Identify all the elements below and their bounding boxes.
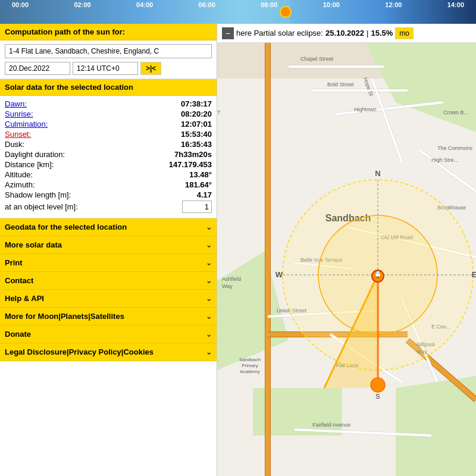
collapsible-label-contact: Contact	[5, 276, 33, 285]
collapsible-donate: Donate ⌄	[0, 325, 217, 343]
collapsible-contact: Contact ⌄	[0, 272, 217, 290]
chevron-help: ⌄	[206, 295, 212, 303]
solar-label-daylight: Daylight duration:	[5, 150, 65, 159]
timeline-bar[interactable]: 00:00 02:00 04:00 06:00 08:00 10:00 12:0…	[0, 0, 476, 24]
tl-label-0: 00:00	[2, 1, 38, 8]
solar-value-azimuth: 181.64°	[185, 180, 212, 189]
computation-header: Computation path of the sun for:	[0, 24, 217, 40]
solar-label-culmination[interactable]: Culmination:	[5, 120, 48, 129]
solar-section: Dawn: 07:38:17 Sunrise: 08:20:20 Culmina…	[0, 96, 217, 218]
svg-text:E: E	[472, 270, 476, 279]
svg-text:Ashfield: Ashfield	[222, 276, 241, 282]
location-input[interactable]	[5, 44, 212, 58]
collapsible-label-help: Help & API	[5, 294, 44, 303]
solar-row-object-level: at an object level [m]:	[5, 201, 212, 213]
eclipse-bar: − here Partial solar eclipse: 25.10.2022…	[217, 24, 476, 43]
collapsible-more-solar: More solar data ⌄	[0, 236, 217, 254]
tl-label-5: 10:00	[314, 1, 349, 8]
solar-row-culmination: Culmination: 12:07:01	[5, 120, 212, 129]
timeline-labels: 00:00 02:00 04:00 06:00 08:00 10:00 12:0…	[0, 0, 476, 10]
object-level-input[interactable]	[182, 201, 212, 213]
solar-label-dawn[interactable]: Dawn:	[5, 99, 27, 108]
solar-row-altitude: Altitude: 13.48°	[5, 170, 212, 179]
solar-data-header: Solar data for the selected location	[0, 79, 217, 96]
solar-label-distance: Distance [km]:	[5, 160, 54, 169]
solar-row-dawn: Dawn: 07:38:17	[5, 99, 212, 108]
svg-text:Academy: Academy	[240, 369, 259, 374]
svg-rect-68	[375, 273, 380, 277]
solar-label-sunrise[interactable]: Sunrise:	[5, 109, 33, 118]
chevron-print: ⌄	[206, 259, 212, 267]
date-time-row: >|<	[5, 62, 212, 75]
eclipse-date: 25.10.2022	[325, 29, 364, 37]
solar-row-azimuth: Azimuth: 181.64°	[5, 180, 212, 189]
collapsible-label-more-solar: More solar data	[5, 240, 62, 249]
svg-text:W: W	[275, 270, 283, 279]
solar-label-sunset[interactable]: Sunset:	[5, 130, 31, 139]
svg-text:Primary: Primary	[242, 363, 258, 368]
svg-text:Chapel Street: Chapel Street	[300, 56, 334, 62]
solar-row-dusk: Dusk: 16:35:43	[5, 140, 212, 149]
collapsible-geodata: Geodata for the selected location ⌄	[0, 218, 217, 236]
solar-value-dusk: 16:35:43	[181, 140, 212, 149]
left-panel: Computation path of the sun for: >|< Sol…	[0, 24, 217, 476]
collapsible-header-print[interactable]: Print ⌄	[0, 254, 217, 271]
chevron-contact: ⌄	[206, 277, 212, 285]
map-svg-container[interactable]: Chapel Street Bold Street Hightown Hope …	[217, 43, 476, 476]
timeline-sun-indicator[interactable]	[280, 6, 292, 18]
solar-row-shadow: Shadow length [m]: 4.17	[5, 190, 212, 199]
map-svg: Chapel Street Bold Street Hightown Hope …	[217, 43, 476, 476]
svg-text:Crown B...: Crown B...	[443, 109, 468, 115]
solar-value-daylight: 7h33m20s	[174, 150, 212, 159]
eclipse-percent: 15.5%	[371, 29, 393, 37]
eclipse-more-button[interactable]: mo	[395, 27, 414, 39]
collapsible-label-donate: Donate	[5, 330, 31, 339]
tl-label-2: 04:00	[127, 1, 162, 8]
collapsible-legal: Legal Disclosure|Privacy Policy|Cookies …	[0, 343, 217, 361]
collapsible-label-legal: Legal Disclosure|Privacy Policy|Cookies	[5, 347, 154, 356]
svg-text:High Stre...: High Stre...	[431, 157, 458, 163]
chevron-legal: ⌄	[206, 348, 212, 356]
solar-row-sunset: Sunset: 15:53:40	[5, 130, 212, 139]
eclipse-separator: |	[367, 29, 368, 37]
solar-value-altitude: 13.48°	[189, 170, 212, 179]
nav-button[interactable]: >|<	[140, 62, 161, 75]
svg-text:Fairfield Avenue: Fairfield Avenue	[312, 422, 350, 428]
solar-value-distance: 147.179.453	[169, 160, 212, 169]
collapsible-header-moon[interactable]: More for Moon|Planets|Satellites ⌄	[0, 308, 217, 325]
eclipse-text: here Partial solar eclipse:	[236, 29, 323, 37]
solar-value-culmination: 12:07:01	[181, 120, 212, 129]
svg-text:Sandbach: Sandbach	[239, 357, 261, 362]
solar-label-azimuth: Azimuth:	[5, 180, 35, 189]
map-area[interactable]: − here Partial solar eclipse: 25.10.2022…	[217, 24, 476, 476]
collapsible-header-donate[interactable]: Donate ⌄	[0, 325, 217, 343]
solar-value-shadow: 4.17	[197, 190, 212, 199]
time-input[interactable]	[73, 62, 138, 75]
svg-text:The Commons: The Commons	[437, 145, 473, 151]
solar-label-dusk: Dusk:	[5, 140, 24, 149]
collapsible-header-contact[interactable]: Contact ⌄	[0, 272, 217, 289]
collapsible-header-legal[interactable]: Legal Disclosure|Privacy Policy|Cookies …	[0, 343, 217, 361]
date-input[interactable]	[5, 62, 70, 75]
main-layout: Computation path of the sun for: >|< Sol…	[0, 24, 476, 476]
collapsible-help: Help & API ⌄	[0, 290, 217, 308]
solar-row-daylight: Daylight duration: 7h33m20s	[5, 150, 212, 159]
tl-label-6: 12:00	[375, 1, 411, 8]
collapsible-print: Print ⌄	[0, 254, 217, 272]
svg-text:Bold Street: Bold Street	[327, 82, 354, 87]
solar-value-dawn: 07:38:17	[181, 99, 212, 108]
collapsible-header-more-solar[interactable]: More solar data ⌄	[0, 236, 217, 253]
map-zoom-out-button[interactable]: −	[222, 27, 234, 39]
svg-text:N: N	[375, 169, 380, 178]
solar-label-object-level: at an object level [m]:	[5, 202, 78, 211]
collapsible-header-help[interactable]: Help & API ⌄	[0, 290, 217, 307]
collapsible-label-geodata: Geodata for the selected location	[5, 223, 127, 231]
chevron-more-solar: ⌄	[206, 241, 212, 249]
tl-label-1: 02:00	[65, 1, 101, 8]
solar-label-shadow: Shadow length [m]:	[5, 190, 71, 199]
chevron-geodata: ⌄	[206, 223, 212, 231]
collapsible-header-geodata[interactable]: Geodata for the selected location ⌄	[0, 218, 217, 236]
collapsible-moon: More for Moon|Planets|Satellites ⌄	[0, 308, 217, 325]
tl-label-3: 06:00	[189, 1, 225, 8]
tl-label-7: 14:00	[438, 1, 474, 8]
